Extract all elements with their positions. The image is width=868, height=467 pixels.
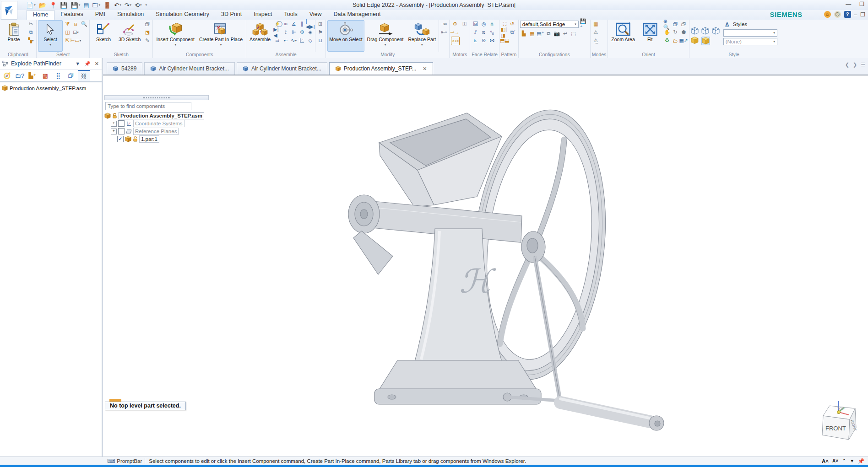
tab-3d-print[interactable]: 3D Print: [215, 10, 248, 20]
undo-icon[interactable]: ↶▾: [113, 0, 122, 10]
tab-scroll-left-icon[interactable]: ❮: [845, 62, 849, 68]
save-config-icon[interactable]: 💾⁺: [580, 20, 588, 28]
rigid-relation-icon[interactable]: ◇: [306, 37, 314, 44]
select-visible-icon[interactable]: ⊡▾: [72, 28, 80, 36]
rotate-icon[interactable]: ↻: [672, 28, 679, 36]
help-folder-icon[interactable]: 🗀?: [14, 70, 26, 81]
doc-tab-production-assembly[interactable]: Production Assembly_STEP... ✕: [329, 62, 433, 75]
tab-scroll-right-icon[interactable]: ❯: [853, 62, 857, 68]
property-manager-icon[interactable]: ▤: [82, 0, 90, 10]
simplify-display-icon[interactable]: 🧭: [1, 70, 13, 81]
pin-promptbar-icon[interactable]: 📌: [858, 458, 864, 464]
tab-list-icon[interactable]: ☰: [861, 62, 865, 68]
view-orientation-icon[interactable]: 🗇: [672, 20, 679, 28]
font-increase-icon[interactable]: A˄: [822, 458, 829, 464]
minimize-button[interactable]: —: [846, 1, 851, 7]
disperse-icon[interactable]: ⇤▫: [440, 28, 448, 36]
sketch-pencil-icon[interactable]: ✎: [143, 37, 151, 44]
doc-tab-54289[interactable]: 54289: [107, 62, 142, 75]
tab-features[interactable]: Features: [54, 10, 89, 20]
tab-simulation-geometry[interactable]: Simulation Geometry: [150, 10, 215, 20]
zoom-icon[interactable]: ⊕🔍: [663, 20, 671, 28]
paste-special-icon[interactable]: ▚▾: [27, 37, 35, 44]
shaded-style-icon[interactable]: [691, 37, 699, 44]
grid-mode-icon[interactable]: ▦: [592, 20, 600, 28]
linear-motor-icon[interactable]: ⊸→: [451, 28, 459, 36]
simulation-results-icon[interactable]: ▩: [39, 70, 51, 81]
tab-tools[interactable]: Tools: [278, 10, 303, 20]
replace-part-button[interactable]: Replace Part ▾: [407, 20, 438, 52]
view-cube[interactable]: FRONT TOP RIGHT: [813, 398, 863, 444]
csys-relation-icon[interactable]: [298, 37, 306, 44]
axial-align-icon[interactable]: ⫤: [273, 37, 281, 44]
coincident-icon[interactable]: ⧅: [480, 28, 488, 36]
exit-icon[interactable]: 🚪: [103, 0, 112, 10]
parallel-face-icon[interactable]: ⫽: [472, 28, 479, 36]
angle-relation-icon[interactable]: ∡: [290, 20, 298, 28]
help-icon[interactable]: ?: [844, 11, 851, 18]
sketch-view-icon[interactable]: 🗁: [672, 37, 679, 44]
customize-qat-icon[interactable]: ▾: [144, 0, 148, 10]
clone-component-icon[interactable]: ⬒⬓: [501, 37, 509, 44]
select-filter-icon[interactable]: ⧩: [64, 20, 71, 28]
select-magnify-icon[interactable]: 🔍: [80, 20, 88, 28]
look-at-face-icon[interactable]: ▦➚: [680, 37, 688, 44]
smiley-negative-icon[interactable]: ☹: [834, 11, 841, 18]
config-arrow-icon[interactable]: ↩: [561, 30, 569, 38]
tab-data-management[interactable]: Data Management: [328, 10, 387, 20]
tangent-icon[interactable]: ⊘: [480, 37, 488, 44]
pattern-along-curve-icon[interactable]: ↺·: [509, 20, 517, 28]
zoom-area-button[interactable]: Zoom Area: [609, 20, 636, 52]
symmetric-icon[interactable]: ⋔: [488, 20, 496, 28]
model-warning-icon[interactable]: ⚠̲: [592, 37, 600, 44]
common-views-icon[interactable]: ⬢: [680, 28, 688, 36]
configuration-select[interactable]: default,Solid Edge ▾: [520, 21, 579, 28]
flag-icon[interactable]: ⚑: [316, 28, 324, 36]
font-decrease-icon[interactable]: A˅: [832, 458, 838, 463]
coplanar-icon[interactable]: 回: [472, 20, 479, 28]
promptbar-options-icon[interactable]: ▼: [850, 459, 854, 463]
tab-close-icon[interactable]: ✕: [423, 66, 427, 72]
camera-icon[interactable]: 📷: [553, 30, 561, 38]
select-components-icon[interactable]: ⧈: [72, 20, 80, 28]
model-viewport[interactable]: Production Assembly_STEP.asm + Coordinat…: [103, 75, 868, 457]
offset-icon[interactable]: °ₒ: [488, 28, 496, 36]
cam-relation-icon[interactable]: ⬩▫: [282, 37, 289, 44]
fit-button[interactable]: Fit: [638, 20, 662, 52]
doc-minimize-button[interactable]: –: [854, 11, 857, 18]
redo-icon[interactable]: ↷▾: [124, 0, 132, 10]
select-box-icon[interactable]: ◫: [64, 28, 71, 36]
face-style-select[interactable]: (None)▾: [723, 38, 777, 45]
layers-icon[interactable]: 🗇: [65, 70, 77, 81]
assemble-button[interactable]: Assemble: [248, 20, 272, 52]
insert-relation-icon[interactable]: ⟟: [282, 28, 289, 36]
drag-component-button[interactable]: Drag Component ▾: [365, 20, 406, 52]
repeat-icon[interactable]: ⟲▾: [134, 0, 142, 10]
mate-icon[interactable]: ⇻: [282, 20, 289, 28]
variable-table-icon[interactable]: X1=: [451, 37, 460, 45]
match-coords-icon[interactable]: |◀▶|: [306, 20, 314, 28]
parallel-relation-icon[interactable]: ∥: [298, 20, 306, 28]
expand-promptbar-icon[interactable]: ⌃: [842, 458, 846, 464]
previous-view-icon[interactable]: 🗗: [680, 20, 688, 28]
model-3d-grinder[interactable]: ℋ: [103, 75, 868, 457]
sketch-cube-icon[interactable]: ⬔: [143, 28, 151, 36]
select-button[interactable]: Select ▾: [38, 20, 63, 52]
config-table-icon[interactable]: ▦: [528, 30, 536, 38]
select-handle-icon[interactable]: ⊢▭▾: [72, 37, 80, 44]
planar-align-icon[interactable]: ▶|◀: [273, 28, 281, 36]
restore-button[interactable]: ❐: [859, 1, 864, 7]
sketch-button[interactable]: Sketch: [91, 20, 116, 52]
gear-relation-icon[interactable]: ⚙: [298, 28, 306, 36]
zone-icon[interactable]: ⬚: [570, 30, 577, 38]
motor-group-icon[interactable]: ⚿: [461, 20, 468, 28]
doc-tab-air-cylinder-1[interactable]: Air Cylinder Mount Bracket...: [144, 62, 235, 75]
capture-fit-icon[interactable]: ⊞: [316, 20, 324, 28]
symmetry-plane-icon[interactable]: ⋈: [488, 37, 496, 44]
shaded-with-edges-style-icon[interactable]: [701, 37, 710, 45]
window-layout-icon[interactable]: 🗔▾: [92, 0, 102, 10]
dock-root-item[interactable]: Production Assembly_STEP.asm: [0, 82, 102, 94]
path-relation-icon[interactable]: ∿▾: [290, 37, 298, 44]
paste-button[interactable]: Paste: [1, 20, 26, 52]
mirror-icon[interactable]: ◧|◨: [501, 28, 509, 36]
